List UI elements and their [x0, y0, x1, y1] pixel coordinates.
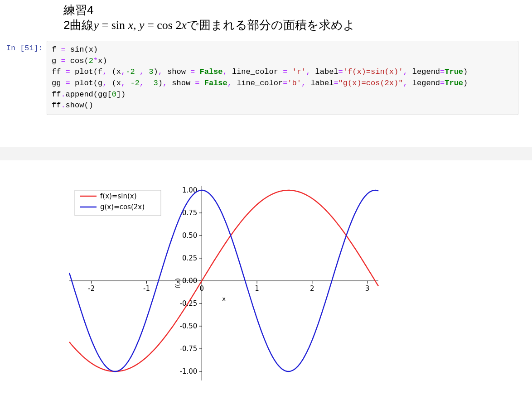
eq2-op: = cos 2 — [145, 19, 182, 32]
code-cell-row: In [51]: f = sin(x) g = cos(2*x) ff = pl… — [5, 41, 518, 115]
y-tick-label: 0.25 — [182, 254, 197, 262]
problem-body: 2曲線y = sin x, y = cos 2xで囲まれる部分の面積を求めよ — [63, 18, 517, 33]
eq-sep: , — [133, 19, 139, 32]
eq1-rhs: x — [128, 19, 134, 32]
y-tick-label: 0.50 — [182, 231, 197, 240]
y-tick-label: -0.75 — [179, 345, 197, 353]
legend-label: f(x)=sin(x) — [100, 192, 137, 200]
eq1-lhs: y — [93, 19, 99, 32]
y-axis-label: f(x) — [174, 278, 181, 288]
chart-output: -2-10123-1.00-0.75-0.50-0.250.000.250.50… — [43, 177, 532, 391]
problem-cell: 練習4 2曲線y = sin x, y = cos 2xで囲まれる部分の面積を求… — [63, 3, 517, 33]
y-tick-label: 0.00 — [182, 277, 197, 285]
y-tick-label: -1.00 — [179, 367, 197, 375]
plot-figure: -2-10123-1.00-0.75-0.50-0.250.000.250.50… — [43, 177, 387, 390]
legend-label: g(x)=cos(2x) — [100, 203, 145, 211]
x-tick-label: 3 — [365, 284, 370, 293]
code-input[interactable]: f = sin(x) g = cos(2*x) ff = plot(f, (x,… — [47, 41, 518, 115]
x-tick-label: 2 — [310, 284, 314, 293]
eq1-op: = sin — [99, 19, 128, 32]
problem-title: 練習4 — [63, 3, 517, 18]
x-axis-label: x — [222, 295, 226, 302]
problem-prefix: 2曲線 — [63, 18, 93, 32]
eq2-lhs: y — [139, 19, 145, 32]
x-tick-label: -2 — [88, 284, 95, 293]
eq2-rhs: x — [181, 19, 187, 32]
y-tick-label: -0.50 — [179, 322, 197, 330]
section-divider — [0, 147, 532, 160]
x-tick-label: 0 — [200, 284, 204, 293]
x-tick-label: -1 — [143, 284, 150, 293]
input-prompt: In [51]: — [5, 41, 47, 53]
problem-suffix: で囲まれる部分の面積を求めよ — [187, 18, 355, 32]
x-tick-label: 1 — [255, 284, 259, 293]
y-tick-label: 0.75 — [182, 209, 197, 217]
